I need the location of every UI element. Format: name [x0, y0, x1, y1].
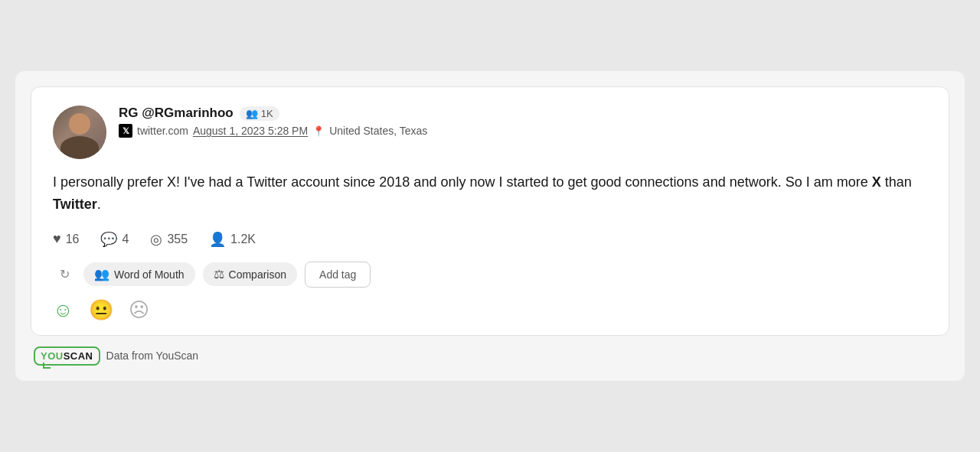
- avatar: [53, 106, 106, 159]
- comments-count: 4: [122, 233, 129, 246]
- post-text-end: .: [97, 197, 101, 212]
- youscan-logo: YOUSCAN: [34, 346, 100, 366]
- user-info: RG @RGmarinhoo 👥 1K 𝕏 twitter.com August…: [119, 106, 427, 138]
- tag-comparison[interactable]: ⚖ Comparison: [203, 262, 297, 286]
- sentiment-negative-icon[interactable]: ☹: [129, 300, 149, 320]
- footer: YOUSCAN Data from YouScan: [31, 346, 949, 366]
- post-date: August 1, 2023 5:28 PM: [193, 125, 308, 137]
- tags-row: ↻ 👥 Word of Mouth ⚖ Comparison Add tag: [53, 262, 927, 288]
- post-text-than: than: [881, 174, 912, 190]
- post-body: I personally prefer X! I've had a Twitte…: [53, 171, 927, 216]
- likes-count: 16: [66, 233, 80, 246]
- followers-icon: 👥: [246, 108, 258, 119]
- comparison-icon: ⚖: [214, 267, 224, 281]
- word-of-mouth-icon: 👥: [94, 267, 109, 281]
- location-pin-icon: 📍: [312, 125, 325, 137]
- post-bold-x: X: [872, 174, 881, 190]
- youscan-brand-text: YOUSCAN: [41, 350, 93, 362]
- stat-reach: 👤 1.2K: [209, 231, 256, 248]
- follower-count: 1K: [261, 108, 273, 119]
- tag-comparison-label: Comparison: [229, 268, 286, 281]
- source-row: 𝕏 twitter.com August 1, 2023 5:28 PM 📍 U…: [119, 124, 427, 138]
- tag-word-of-mouth-label: Word of Mouth: [114, 268, 185, 281]
- comment-icon: 💬: [100, 231, 117, 248]
- tag-check-icon[interactable]: ↻: [53, 263, 76, 286]
- x-platform-icon: 𝕏: [119, 124, 132, 138]
- heart-icon: ♥: [53, 231, 61, 247]
- post-bold-twitter: Twitter: [53, 197, 97, 212]
- outer-container: RG @RGmarinhoo 👥 1K 𝕏 twitter.com August…: [15, 71, 965, 381]
- views-count: 355: [167, 233, 188, 246]
- user-name-row: RG @RGmarinhoo 👥 1K: [119, 106, 427, 121]
- sentiment-neutral-icon[interactable]: 😐: [89, 300, 113, 320]
- follower-badge: 👥 1K: [240, 106, 279, 121]
- source-site: twitter.com: [137, 125, 188, 137]
- stat-views: ◎ 355: [150, 231, 188, 248]
- post-location: United States, Texas: [329, 125, 427, 137]
- sentiment-row: ☺ 😐 ☹: [53, 300, 927, 320]
- tag-word-of-mouth[interactable]: 👥 Word of Mouth: [83, 262, 195, 286]
- post-header: RG @RGmarinhoo 👥 1K 𝕏 twitter.com August…: [53, 106, 927, 159]
- reach-icon: 👤: [209, 231, 226, 248]
- post-card: RG @RGmarinhoo 👥 1K 𝕏 twitter.com August…: [31, 86, 949, 336]
- user-display-name: RG @RGmarinhoo: [119, 106, 234, 121]
- post-text-part1: I personally prefer X! I've had a Twitte…: [53, 174, 872, 190]
- user-handle: @RGmarinhoo: [142, 106, 234, 120]
- sentiment-positive-icon[interactable]: ☺: [53, 300, 74, 320]
- footer-data-label: Data from YouScan: [106, 350, 199, 362]
- stats-row: ♥ 16 💬 4 ◎ 355 👤 1.2K: [53, 231, 927, 248]
- eye-icon: ◎: [150, 231, 162, 248]
- add-tag-button[interactable]: Add tag: [305, 262, 371, 288]
- reach-count: 1.2K: [230, 233, 256, 246]
- stat-likes: ♥ 16: [53, 231, 79, 247]
- stat-comments: 💬 4: [100, 231, 129, 248]
